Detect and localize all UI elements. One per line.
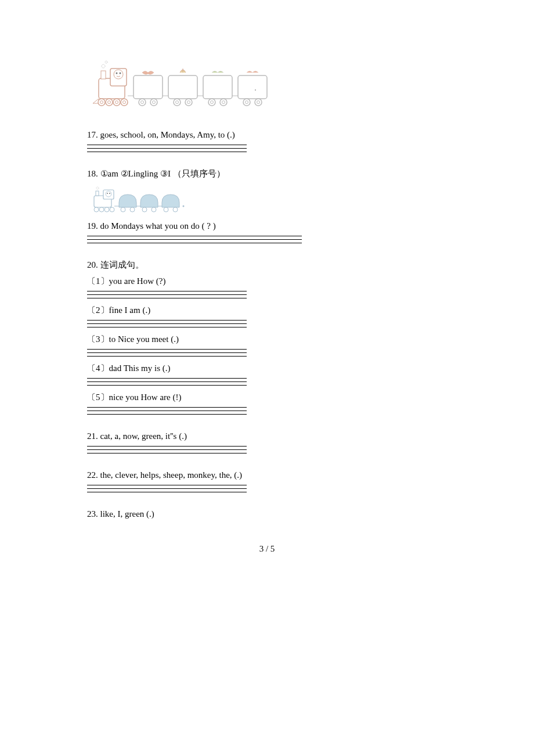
answer-line[interactable] [87, 146, 247, 149]
svg-point-13 [116, 101, 118, 104]
question-21: 21. cat, a, now, green, it''s (.) [87, 429, 447, 453]
svg-point-6 [102, 64, 105, 68]
circled-3: ③ [160, 169, 168, 178]
q20-sub-4: 〔4〕dad This my is (.) [87, 361, 447, 375]
svg-point-3 [116, 73, 118, 74]
svg-point-55 [151, 207, 156, 212]
question-21-text: 21. cat, a, now, green, it''s (.) [87, 429, 447, 443]
answer-line[interactable] [87, 143, 247, 145]
circled-1: ① [100, 169, 108, 178]
q20-sub-2: 〔2〕fine I am (.) [87, 303, 447, 317]
svg-rect-31 [238, 75, 267, 99]
answer-line[interactable] [87, 296, 247, 298]
answer-line[interactable] [87, 444, 247, 447]
svg-point-44 [107, 193, 108, 194]
svg-point-57 [173, 207, 178, 212]
answer-line[interactable] [87, 351, 247, 353]
answer-line[interactable] [87, 451, 247, 453]
answer-line[interactable] [87, 376, 247, 379]
svg-rect-21 [168, 75, 197, 99]
train-illustration-large [87, 58, 284, 110]
q18-word-3: I [168, 169, 173, 178]
answer-line[interactable] [87, 241, 302, 243]
answer-line[interactable] [87, 289, 247, 291]
q20-sub-1: 〔1〕you are How (?) [87, 274, 447, 288]
question-18: 18. ①am ②Lingling ③I （只填序号） [87, 167, 447, 214]
train-illustration-small [87, 185, 203, 214]
answer-line[interactable] [87, 347, 247, 350]
question-23-text: 23. like, I, green (.) [87, 507, 447, 521]
q18-suffix: （只填序号） [173, 169, 225, 178]
svg-point-58 [183, 206, 185, 207]
svg-point-53 [130, 207, 135, 212]
svg-point-7 [105, 61, 107, 63]
q20-sub-4-lines [87, 376, 447, 386]
svg-point-28 [211, 101, 214, 104]
svg-point-54 [142, 207, 147, 212]
question-19: 19. do Mondays what you on do ( ? ) [87, 219, 447, 243]
answer-line[interactable] [87, 412, 247, 415]
svg-rect-26 [203, 75, 232, 99]
svg-point-2 [114, 70, 123, 79]
svg-point-47 [96, 187, 99, 189]
svg-point-20 [153, 101, 156, 104]
q20-sub-3: 〔3〕to Nice you meet (.) [87, 332, 447, 346]
worksheet-page: 17. goes, school, on, Mondays, Amy, to (… [0, 0, 534, 589]
q20-sub-2-lines [87, 318, 447, 327]
svg-point-45 [109, 193, 110, 194]
svg-point-48 [94, 207, 99, 212]
q20-sub-5-lines [87, 405, 447, 415]
q19-answer-lines [87, 234, 447, 243]
answer-line[interactable] [87, 490, 247, 492]
svg-rect-16 [134, 75, 163, 99]
answer-line[interactable] [87, 150, 247, 152]
answer-line[interactable] [87, 293, 247, 295]
svg-point-36 [255, 89, 256, 91]
svg-point-25 [187, 101, 190, 104]
answer-line[interactable] [87, 354, 247, 357]
question-20: 20. 连词成句。 〔1〕you are How (?) 〔2〕fine I a… [87, 258, 447, 415]
question-19-text: 19. do Mondays what you on do ( ? ) [87, 219, 447, 233]
answer-line[interactable] [87, 237, 302, 240]
answer-line[interactable] [87, 448, 247, 450]
q18-prefix: 18. [87, 169, 100, 178]
svg-point-56 [164, 207, 168, 212]
svg-rect-5 [101, 71, 106, 79]
svg-point-51 [110, 207, 114, 212]
svg-point-15 [123, 101, 126, 104]
svg-point-49 [99, 207, 104, 212]
question-20-header: 20. 连词成句。 [87, 258, 447, 272]
question-22: 22. the, clever, helps, sheep, monkey, t… [87, 468, 447, 492]
answer-line[interactable] [87, 483, 247, 485]
q22-answer-lines [87, 483, 447, 492]
question-23: 23. like, I, green (.) [87, 507, 447, 521]
q17-answer-lines [87, 143, 447, 152]
answer-line[interactable] [87, 380, 247, 382]
svg-rect-46 [96, 191, 99, 196]
svg-point-50 [104, 207, 109, 212]
answer-line[interactable] [87, 383, 247, 386]
answer-line[interactable] [87, 322, 247, 324]
question-17: 17. goes, school, on, Mondays, Amy, to (… [87, 128, 447, 152]
answer-line[interactable] [87, 318, 247, 321]
page-number: 3 / 5 [87, 544, 447, 554]
q20-sub-1-lines [87, 289, 447, 298]
svg-point-33 [246, 101, 248, 104]
answer-line[interactable] [87, 487, 247, 489]
svg-point-23 [176, 101, 179, 104]
answer-line[interactable] [87, 409, 247, 411]
svg-point-35 [257, 101, 260, 104]
svg-point-43 [106, 191, 111, 197]
svg-point-30 [222, 101, 225, 104]
question-22-text: 22. the, clever, helps, sheep, monkey, t… [87, 468, 447, 482]
answer-line[interactable] [87, 325, 247, 327]
question-18-text: 18. ①am ②Lingling ③I （只填序号） [87, 167, 447, 181]
svg-point-52 [121, 207, 125, 212]
q18-word-2: Lingling [128, 169, 160, 178]
svg-point-18 [141, 101, 144, 104]
q20-sub-3-lines [87, 347, 447, 357]
svg-point-4 [120, 73, 121, 74]
q18-word-1: am [108, 169, 121, 178]
answer-line[interactable] [87, 234, 302, 236]
answer-line[interactable] [87, 405, 247, 408]
